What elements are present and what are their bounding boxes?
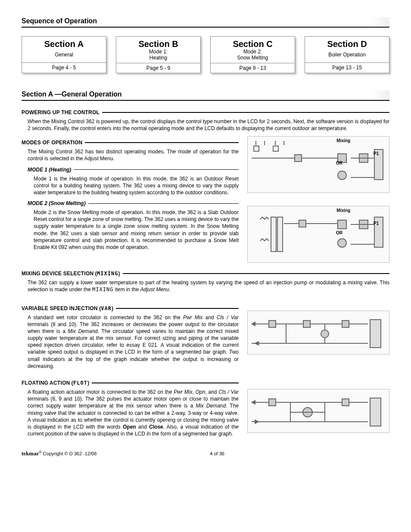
section-box-page: Page 5 - 9 — [116, 63, 200, 73]
text-fragment: A standard wet rotor circulator is conne… — [28, 314, 183, 320]
text-fragment: Opn — [196, 389, 206, 395]
diagram-label-p1: P1 — [374, 151, 379, 156]
diagram-label-mixing: Mixing — [336, 208, 350, 213]
mixing-device-heading: MIXING DEVICE SELECTION (MIXING) — [22, 271, 389, 277]
heading-lcd: FLOT — [73, 380, 87, 386]
heading-text: POWERING UP THE CONTROL — [22, 109, 100, 115]
copyright-text: Copyright © D 362 -12/08 — [41, 451, 97, 456]
text-fragment: MIXING — [92, 286, 113, 292]
text-fragment: Close — [149, 424, 163, 430]
svg-rect-18 — [338, 220, 346, 229]
svg-rect-39 — [269, 399, 276, 406]
text-fragment: , — [192, 389, 195, 395]
svg-point-9 — [338, 171, 346, 180]
text-fragment: Cls / Var — [217, 314, 239, 320]
heading-text: MODE 2 (Snow Melting) — [28, 200, 86, 206]
section-box-title: Section A — [24, 39, 104, 49]
piping-schematic-icon — [252, 141, 385, 188]
mode2-text: Mode 2 is the Snow Melting mode of opera… — [34, 209, 239, 251]
heading-text: MODES OF OPERATION — [22, 140, 82, 146]
section-box-sub: General — [24, 49, 104, 61]
floating-heading: FLOATING ACTION (FLOT) — [22, 380, 239, 386]
mixing-device-text: The 362 can supply a lower water tempera… — [28, 279, 389, 293]
piping-schematic-icon — [252, 313, 385, 352]
text-fragment: , and — [205, 389, 218, 395]
powering-up-heading: POWERING UP THE CONTROL — [22, 109, 389, 115]
heading-post: ) — [112, 305, 113, 311]
section-box-c: Section C Mode 2: Snow Melting Page 9 - … — [210, 36, 295, 73]
diagram-label-or: OR — [336, 230, 342, 235]
heading-text: MODE 1 (Heating) — [28, 167, 71, 173]
section-box-d: Section D Boiler Operation Page 13 - 15 — [305, 36, 389, 73]
section-box-title: Section B — [118, 39, 199, 49]
diagram-label-p1: P1 — [374, 221, 379, 226]
heading-pre: MIXING DEVICE SELECTION ( — [22, 271, 97, 277]
text-fragment: Pwr Mix — [174, 389, 192, 395]
heading-lcd: MIXING — [97, 271, 118, 277]
var-speed-diagram — [247, 311, 389, 355]
text-fragment: and — [136, 424, 149, 430]
heading-post: ) — [87, 380, 89, 386]
svg-rect-4 — [254, 146, 259, 151]
piping-schematic-icon — [252, 211, 385, 258]
svg-marker-38 — [255, 420, 258, 423]
footer-left: tekmar® Copyright © D 362 -12/08 — [22, 450, 97, 457]
section-box-page: Page 9 - 13 — [211, 63, 295, 73]
section-box-sub: Boiler Operation — [307, 49, 387, 61]
svg-rect-15 — [277, 217, 283, 252]
text-fragment: Mix Demand — [196, 403, 226, 409]
text-fragment: Cls / Var — [218, 389, 239, 395]
text-fragment: . The circulator speed varies to maintai… — [28, 328, 239, 369]
svg-rect-45 — [370, 398, 381, 426]
section-box-title: Section C — [212, 39, 293, 49]
modes-heading: MODES OF OPERATION — [22, 140, 239, 146]
var-speed-text: A standard wet rotor circulator is conne… — [28, 314, 239, 370]
heading-text: VARIABLE SPEED INJECTION (VAR) — [22, 305, 113, 311]
mode2-heading: MODE 2 (Snow Melting) — [28, 200, 239, 206]
svg-rect-14 — [271, 217, 276, 252]
svg-rect-5 — [273, 146, 278, 151]
tekmar-logo: tekmar — [22, 450, 39, 457]
svg-marker-26 — [252, 322, 255, 326]
section-box-sub: Mode 1: Heating — [118, 49, 199, 61]
floating-text: A floating action actuator motor is conn… — [28, 389, 239, 437]
page-footer: tekmar® Copyright © D 362 -12/08 4 of 36 — [22, 450, 389, 457]
heading-pre: FLOATING ACTION ( — [22, 380, 73, 386]
section-box-b: Section B Mode 1: Heating Page 5 - 9 — [116, 36, 201, 73]
section-box-a: Section A General Page 4 - 5 — [22, 36, 106, 73]
text-fragment: A floating action actuator motor is conn… — [28, 389, 174, 395]
piping-schematic-icon — [252, 392, 385, 430]
svg-rect-40 — [342, 399, 349, 406]
svg-rect-30 — [342, 320, 349, 327]
text-fragment: The 362 can supply a lower water tempera… — [28, 280, 389, 292]
section-a-header: Section A —General Operation — [22, 90, 389, 101]
svg-rect-34 — [370, 320, 381, 348]
modes-intro: The Mixing Control 362 has two distinct … — [28, 148, 239, 162]
var-speed-heading: VARIABLE SPEED INJECTION (VAR) — [22, 305, 239, 311]
svg-marker-27 — [255, 342, 258, 345]
mode2-diagram: Mixing OR P1 — [247, 206, 389, 263]
floating-diagram — [247, 389, 389, 433]
page-number: 4 of 36 — [210, 451, 224, 456]
text-fragment: . — [169, 286, 170, 292]
mode1-text: Mode 1 is the Heating mode of operation.… — [34, 175, 239, 196]
sequence-of-operation-header: Sequence of Operation — [22, 17, 389, 28]
mode1-diagram: Mixing OR P1 — [247, 136, 389, 193]
svg-point-19 — [338, 239, 346, 247]
svg-point-33 — [321, 330, 329, 338]
heading-pre: VARIABLE SPEED INJECTION ( — [22, 305, 101, 311]
text-fragment: Adjust Menu — [140, 286, 169, 292]
mode1-heading: MODE 1 (Heating) — [28, 167, 239, 173]
section-box-sub: Mode 2: Snow Melting — [212, 49, 293, 61]
diagram-label-or: OR — [336, 161, 342, 165]
svg-marker-37 — [252, 401, 255, 404]
diagram-label-mixing: Mixing — [336, 138, 350, 143]
svg-rect-29 — [303, 320, 310, 327]
svg-rect-28 — [269, 320, 276, 327]
text-fragment: Pwr Mix — [183, 314, 203, 320]
text-fragment: Open — [123, 424, 136, 430]
svg-rect-17 — [299, 220, 306, 227]
section-box-title: Section D — [307, 39, 387, 49]
svg-rect-7 — [295, 155, 302, 162]
text-fragment: Mix Demand — [68, 328, 98, 334]
